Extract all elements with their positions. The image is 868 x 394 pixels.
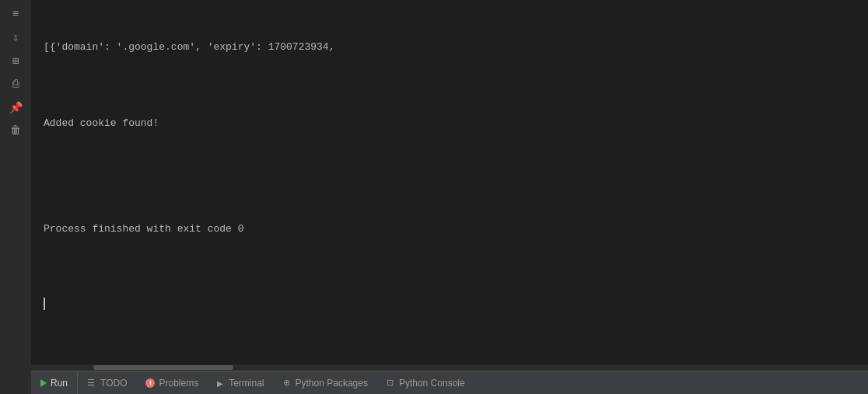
list-icon[interactable]: ≡ [4,3,27,25]
delete-icon[interactable]: 🗑 [4,120,27,141]
scrollbar-thumb[interactable] [93,365,233,370]
problems-icon: ! [145,378,155,388]
console-line-3: Process finished with exit code 0 [44,221,856,237]
run-icon [40,379,47,387]
horizontal-scrollbar[interactable] [31,364,868,371]
console-line-2: Added cookie found! [44,116,856,131]
python-packages-tab[interactable]: Python Packages [274,371,377,394]
table-icon[interactable]: ⊞ [4,50,27,71]
main-area: [{'domain': '.google.com', 'expiry': 170… [31,0,868,394]
todo-icon [87,378,96,388]
console-line-1: [{'domain': '.google.com', 'expiry': 170… [44,40,856,55]
python-console-tab[interactable]: Python Console [377,371,474,394]
todo-tab-label: TODO [100,378,127,389]
packages-icon [283,378,292,388]
terminal-icon [217,378,225,388]
bottom-tab-bar: Run TODO ! Problems Terminal Python Pack… [31,371,868,394]
run-button[interactable]: Run [31,371,78,394]
console-icon [387,378,395,388]
terminal-tab-label: Terminal [229,378,264,389]
todo-tab[interactable]: TODO [78,371,136,394]
sort-down-icon[interactable]: ⇩ [4,26,27,48]
sidebar: ≡ ⇩ ⊞ ⎙ 📌 🗑 [0,0,31,394]
problems-tab[interactable]: ! Problems [136,371,208,394]
text-cursor [44,298,45,310]
problems-tab-label: Problems [159,378,198,389]
console-output: [{'domain': '.google.com', 'expiry': 170… [31,0,868,364]
run-label: Run [51,378,68,389]
print-icon[interactable]: ⎙ [4,73,27,95]
cursor-line [44,298,856,310]
python-console-tab-label: Python Console [399,378,465,389]
terminal-tab[interactable]: Terminal [208,371,273,394]
pin-icon[interactable]: 📌 [4,96,27,118]
python-packages-tab-label: Python Packages [296,378,368,389]
